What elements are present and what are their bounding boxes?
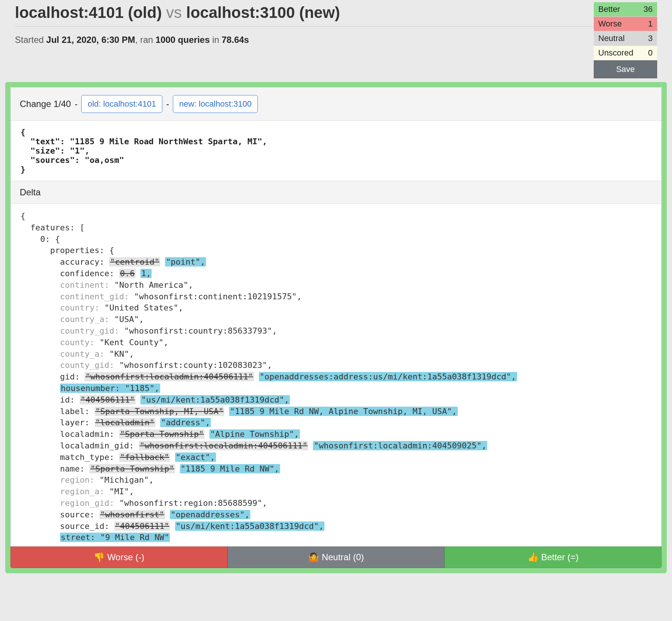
delta-line: name: "Sparta Township" "1185 9 Mile Rd … [20,463,652,475]
query-json: { "text": "1185 9 Mile Road NorthWest Sp… [10,121,662,181]
old-endpoint: localhost:4101 (old) [15,4,162,21]
run-summary: Started Jul 21, 2020, 6:30 PM, ran 1000 … [15,35,594,45]
delta-line: layer: "localadmin" "address", [20,417,652,429]
delta-line: county: "Kent County", [20,337,652,349]
score-worse-label: Worse [598,19,622,29]
save-button[interactable]: Save [594,60,657,78]
delta-line: region_gid: "whosonfirst:region:85688599… [20,498,652,509]
score-better-count: 36 [644,4,653,14]
old-link-button[interactable]: old: localhost:4101 [81,95,162,113]
query-count: 1000 queries [156,35,210,45]
delta-line: region: "Michigan", [20,475,652,486]
delta-line: country_gid: "whosonfirst:country:856337… [20,325,652,337]
delta-line: county_a: "KN", [20,349,652,360]
score-neutral-row[interactable]: Neutral 3 [594,31,657,46]
delta-line: localadmin: "Sparta Township" "Alpine To… [20,429,652,440]
score-unscored-row[interactable]: Unscored 0 [594,46,657,60]
delta-line: { [20,211,652,222]
score-better-label: Better [598,4,620,14]
delta-line: region_a: "MI", [20,486,652,498]
delta-line: confidence: 0.6 1, [20,268,652,280]
delta-line: street: "9 Mile Rd NW" [20,532,652,543]
delta-line: continent: "North America", [20,280,652,291]
dash: - [166,99,169,109]
score-worse-count: 1 [648,19,653,29]
change-bar: Change 1/40 - old: localhost:4101 - new:… [10,87,662,121]
delta-line: continent_gid: "whosonfirst:continent:10… [20,291,652,303]
new-link-button[interactable]: new: localhost:3100 [173,95,258,113]
delta-line: label: "Sparta Township, MI, USA" "1185 … [20,406,652,417]
vote-bar: 👎 Worse (-) 🤷 Neutral (0) 👍 Better (=) [10,546,662,568]
delta-line: 0: { [20,234,652,245]
delta-line: accuracy: "centroid" "point", [20,256,652,268]
delta-line: housenumber: "1185", [20,383,652,394]
started-at: Jul 21, 2020, 6:30 PM [46,35,135,45]
delta-line: county_gid: "whosonfirst:county:10208302… [20,360,652,371]
delta-body: { features: [ 0: { properties: { accurac… [10,204,662,546]
delta-line: localadmin_gid: "whosonfirst:localadmin:… [20,440,652,452]
in-label: in [210,35,222,45]
vs-label: vs [166,4,182,21]
score-unscored-label: Unscored [598,48,633,58]
delta-line: gid: "whosonfirst:localadmin:404506111" … [20,371,652,383]
delta-line: source_id: "404506111" "us/mi/kent:1a55a… [20,521,652,532]
change-counter: Change 1/40 [20,99,71,109]
new-endpoint: localhost:3100 (new) [186,4,340,21]
divider [15,26,594,26]
delta-line: id: "404506111" "us/mi/kent:1a55a038f131… [20,394,652,406]
score-unscored-count: 0 [648,48,653,58]
vote-neutral-button[interactable]: 🤷 Neutral (0) [228,546,445,568]
started-prefix: Started [15,35,46,45]
delta-line: features: [ [20,222,652,234]
delta-line: properties: { [20,245,652,256]
delta-line: match_type: "fallback" "exact", [20,452,652,463]
delta-line: country_a: "USA", [20,314,652,325]
dash: - [75,99,77,109]
change-card: Change 1/40 - old: localhost:4101 - new:… [5,82,667,573]
delta-header: Delta [10,181,662,204]
vote-worse-button[interactable]: 👎 Worse (-) [10,546,228,568]
page-title: localhost:4101 (old) vs localhost:3100 (… [15,4,594,22]
score-worse-row[interactable]: Worse 1 [594,17,657,31]
vote-better-button[interactable]: 👍 Better (=) [444,546,662,568]
ran-mid: , ran [135,35,156,45]
score-neutral-count: 3 [648,34,653,43]
score-neutral-label: Neutral [598,34,625,43]
delta-line: source: "whosonfirst" "openaddresses", [20,509,652,521]
score-table: Better 36 Worse 1 Neutral 3 Unscored 0 S… [594,2,657,78]
duration: 78.64s [222,35,249,45]
score-better-row[interactable]: Better 36 [594,2,657,17]
delta-line: country: "United States", [20,302,652,314]
